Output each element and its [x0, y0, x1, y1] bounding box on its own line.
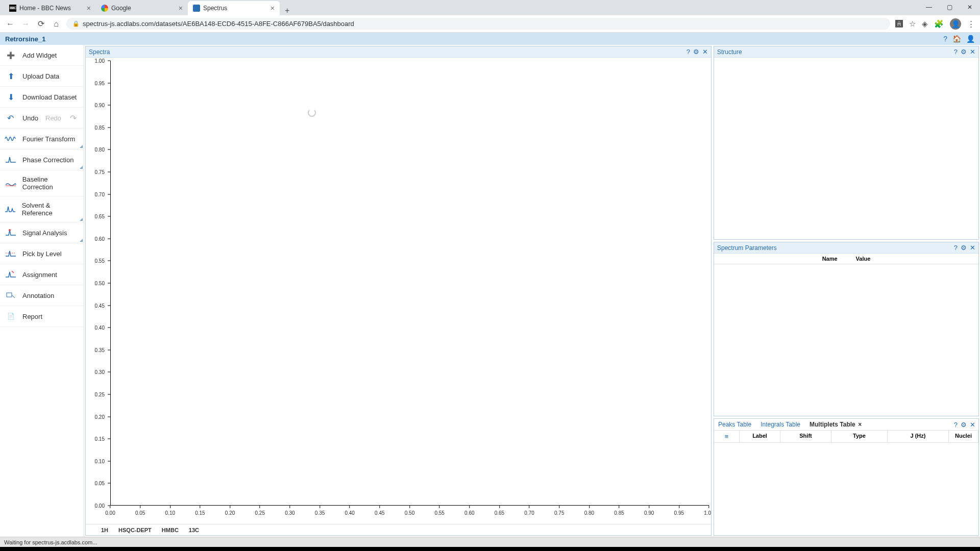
status-text: Waiting for spectrus-js.acdlabs.com...: [4, 539, 97, 545]
sidebar-item-report[interactable]: Report: [0, 306, 84, 327]
sidebar-item-assignment[interactable]: Assignment: [0, 264, 84, 285]
y-axis-line: [110, 61, 111, 506]
extensions-icon[interactable]: 🧩: [934, 19, 944, 29]
close-icon[interactable]: ✕: [702, 48, 708, 56]
close-icon[interactable]: ✕: [970, 421, 975, 429]
sidebar-item-undo-redo[interactable]: Undo Redo: [0, 108, 84, 129]
col-jhz: J (Hz): [888, 431, 949, 442]
help-icon[interactable]: ?: [943, 35, 947, 43]
x-axis: 0.000.050.100.150.200.250.300.350.400.45…: [110, 506, 709, 524]
sidebar-item-baseline-correction[interactable]: Baseline Correction: [0, 170, 84, 196]
col-label: Label: [740, 431, 780, 442]
col-nuclei: Nuclei: [949, 431, 978, 442]
sidebar-item-label: Fourier Transform: [22, 135, 75, 143]
sidebar-item-label: Solvent & Reference: [22, 202, 80, 217]
sidebar-item-annotation[interactable]: Annotation: [0, 285, 84, 306]
report-icon: [4, 311, 17, 321]
gear-icon[interactable]: ⚙: [961, 244, 967, 252]
new-tab-button[interactable]: +: [280, 6, 295, 15]
sidebar-item-add-widget[interactable]: Add Widget: [0, 45, 84, 66]
tab-13c[interactable]: 13C: [189, 527, 199, 533]
sidebar-item-label: Annotation: [22, 292, 54, 299]
user-icon[interactable]: 👤: [966, 35, 975, 43]
col-name: Name: [822, 256, 838, 262]
tab-hsqc-dept[interactable]: HSQC-DEPT: [118, 527, 152, 533]
close-icon[interactable]: ×: [179, 5, 183, 12]
sidebar-item-label: Add Widget: [22, 52, 57, 59]
gear-icon[interactable]: ⚙: [961, 48, 967, 56]
tab-1h[interactable]: 1H: [101, 527, 108, 533]
app-header: Retrorsine_1 ? 🏠 👤: [0, 33, 980, 45]
assignment-icon: [4, 269, 17, 280]
sidebar-item-fourier-transform[interactable]: Fourier Transform: [0, 129, 84, 149]
submenu-indicator-icon: [80, 145, 83, 148]
sidebar-item-solvent-reference[interactable]: Solvent & Reference: [0, 196, 84, 222]
window-maximize-button[interactable]: ▢: [939, 1, 960, 13]
close-icon[interactable]: ✕: [970, 244, 975, 252]
waveform-icon: [4, 134, 17, 144]
close-icon[interactable]: ×: [87, 5, 91, 12]
help-icon[interactable]: ?: [954, 244, 958, 252]
back-button[interactable]: ←: [5, 19, 15, 29]
tab-multiplets-table[interactable]: Multiplets Table ×: [808, 420, 863, 429]
tab-title: Home - BBC News: [19, 5, 71, 12]
tab-peaks-table[interactable]: Peaks Table: [717, 420, 752, 429]
bbc-icon: BBC: [9, 5, 16, 12]
help-icon[interactable]: ?: [954, 421, 958, 429]
sidebar-item-label: Pick by Level: [22, 250, 62, 258]
phase-icon: [4, 155, 17, 165]
sidebar-item-signal-analysis[interactable]: Signal Analysis: [0, 222, 84, 243]
sidebar-item-label: Undo: [22, 114, 38, 122]
address-bar: ← → ⟳ ⌂ 🔒 spectrus-js.acdlabs.com/datase…: [0, 15, 980, 33]
spectrum-chart[interactable]: 0.000.050.100.150.200.250.300.350.400.45…: [86, 58, 711, 524]
col-shift: Shift: [780, 431, 831, 442]
close-icon[interactable]: ×: [858, 421, 862, 428]
multiplets-table-body[interactable]: [714, 443, 978, 535]
svg-rect-3: [7, 293, 12, 297]
close-icon[interactable]: ✕: [970, 48, 975, 56]
structure-viewer[interactable]: [714, 58, 978, 239]
window-minimize-button[interactable]: —: [919, 1, 939, 13]
reload-button[interactable]: ⟳: [36, 19, 46, 29]
status-bar: Waiting for spectrus-js.acdlabs.com...: [0, 537, 980, 547]
sidebar-item-label: Download Dataset: [22, 93, 77, 101]
tab-title: Spectrus: [203, 5, 227, 12]
home-icon[interactable]: 🏠: [952, 35, 961, 43]
menu-icon[interactable]: ⋮: [967, 19, 975, 29]
help-icon[interactable]: ?: [954, 48, 958, 56]
browser-tab-bbc[interactable]: BBC Home - BBC News ×: [4, 1, 96, 15]
translate-icon[interactable]: 🅰: [895, 19, 903, 28]
home-button[interactable]: ⌂: [51, 19, 61, 29]
sidebar-item-phase-correction[interactable]: Phase Correction: [0, 149, 84, 170]
multiplets-table-header: ≡ Label Shift Type J (Hz) Nuclei: [714, 430, 978, 443]
sidebar-item-pick-by-level[interactable]: Pick by Level: [0, 243, 84, 264]
redo-icon: [66, 113, 80, 123]
table-menu-icon[interactable]: ≡: [714, 431, 740, 442]
sidebar-item-download-dataset[interactable]: Download Dataset: [0, 87, 84, 108]
sidebar-item-label: Phase Correction: [22, 156, 74, 164]
col-value: Value: [856, 256, 871, 262]
share-icon[interactable]: ◈: [922, 19, 928, 29]
window-close-button[interactable]: ✕: [960, 1, 980, 13]
browser-tab-spectrus[interactable]: Spectrus ×: [188, 1, 280, 15]
gear-icon[interactable]: ⚙: [693, 48, 699, 56]
sidebar-item-upload-data[interactable]: Upload Data: [0, 66, 84, 87]
sidebar-item-label: Report: [22, 313, 42, 320]
bookmark-icon[interactable]: ☆: [909, 19, 916, 29]
profile-avatar[interactable]: 👤: [950, 18, 961, 30]
submenu-indicator-icon: [80, 166, 83, 169]
tab-integrals-table[interactable]: Integrals Table: [760, 420, 801, 429]
lock-icon: 🔒: [72, 20, 80, 27]
svg-point-1: [9, 229, 11, 231]
tab-hmbc[interactable]: HMBC: [162, 527, 179, 533]
browser-tab-google[interactable]: Google ×: [96, 1, 188, 15]
url-input[interactable]: 🔒 spectrus-js.acdlabs.com/datasets/AE6BA…: [66, 18, 890, 30]
sidebar-item-label: Upload Data: [22, 72, 59, 80]
close-icon[interactable]: ×: [271, 5, 275, 12]
forward-button: →: [20, 19, 31, 29]
gear-icon[interactable]: ⚙: [961, 421, 967, 429]
undo-icon: [4, 113, 17, 123]
spectrus-icon: [193, 5, 200, 12]
sidebar-item-label: Baseline Correction: [22, 176, 80, 191]
help-icon[interactable]: ?: [687, 48, 690, 56]
